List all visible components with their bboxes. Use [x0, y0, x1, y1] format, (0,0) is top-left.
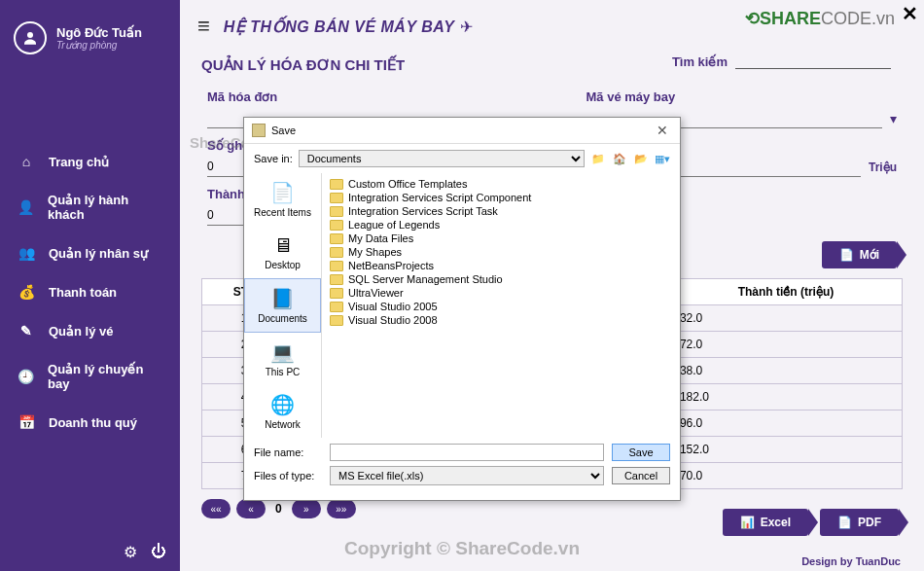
dialog-title: Save [271, 125, 653, 136]
table-cell: 38.0 [669, 358, 902, 384]
table-cell: 96.0 [669, 410, 902, 437]
place-item[interactable]: 📘Documents [244, 278, 321, 333]
place-item[interactable]: 📄Recent Items [244, 173, 321, 226]
file-label: UltraViewer [348, 287, 404, 299]
file-item[interactable]: Visual Studio 2005 [330, 300, 672, 313]
nav-passengers[interactable]: 👤Quản lý hành khách [0, 181, 180, 233]
file-label: Integration Services Script Component [348, 192, 531, 203]
nav-label: Quản lý nhân sự [49, 246, 148, 261]
table-cell: 32.0 [669, 305, 902, 332]
pager-next[interactable]: » [292, 499, 321, 518]
nav-label: Thanh toán [49, 285, 117, 300]
place-icon: 🌐 [267, 393, 299, 416]
place-icon: 📘 [267, 287, 299, 310]
nav-label: Doanh thu quý [49, 415, 137, 430]
export-buttons: 📊Excel 📄PDF [723, 509, 899, 536]
file-item[interactable]: My Shapes [330, 245, 672, 259]
file-item[interactable]: SQL Server Management Studio [330, 272, 672, 286]
chevron-down-icon[interactable]: ▾ [890, 111, 897, 126]
save-in-select[interactable]: Documents [299, 150, 585, 167]
excel-icon: 📊 [740, 516, 755, 529]
file-label: League of Legends [348, 219, 440, 231]
file-label: My Shapes [348, 246, 402, 258]
nav-revenue[interactable]: 📅Doanh thu quý [0, 403, 180, 442]
close-icon[interactable]: ✕ [902, 2, 918, 25]
file-item[interactable]: Integration Services Script Task [330, 204, 672, 218]
search-label: Tìm kiếm [672, 54, 728, 69]
nav-tickets[interactable]: ✎Quản lý vé [0, 311, 180, 350]
pdf-button[interactable]: 📄PDF [820, 509, 899, 536]
sidebar-footer: ⚙ ⏻ [0, 533, 180, 571]
user-icon: 👤 [18, 199, 34, 215]
dialog-cancel-button[interactable]: Cancel [612, 467, 670, 484]
place-item[interactable]: 🖥Desktop [244, 226, 321, 278]
folder-icon [330, 247, 343, 258]
place-item[interactable]: 💻This PC [244, 333, 321, 385]
dialog-close-icon[interactable]: ✕ [653, 123, 672, 138]
file-item[interactable]: Integration Services Script Component [330, 191, 672, 204]
place-icon: 💻 [267, 340, 299, 364]
place-label: Documents [249, 313, 316, 324]
file-list: Custom Office TemplatesIntegration Servi… [322, 173, 680, 438]
nav-home[interactable]: ⌂Trang chủ [0, 142, 180, 181]
view-menu-icon[interactable]: ▦▾ [655, 151, 670, 166]
pdf-icon: 📄 [837, 516, 852, 529]
nav-payment[interactable]: 💰Thanh toán [0, 272, 180, 311]
app-title: HỆ THỐNG BÁN VÉ MÁY BAY [224, 18, 454, 36]
table-cell: 72.0 [669, 332, 902, 358]
file-item[interactable]: Custom Office Templates [330, 177, 672, 191]
pager-page: 0 [271, 502, 286, 516]
power-icon[interactable]: ⏻ [151, 543, 166, 561]
filename-label: File name: [254, 446, 322, 458]
file-item[interactable]: UltraViewer [330, 286, 672, 300]
file-item[interactable]: Visual Studio 2008 [330, 313, 672, 327]
profile-role: Trưởng phòng [56, 40, 142, 51]
folder-icon [330, 206, 343, 217]
filename-input[interactable] [330, 444, 604, 461]
nav-flights[interactable]: 🕘Quản lý chuyến bay [0, 350, 180, 403]
home-icon: ⌂ [18, 154, 35, 169]
file-label: Visual Studio 2005 [348, 301, 438, 312]
money-icon: 💰 [18, 284, 35, 300]
file-item[interactable]: NetBeansProjects [330, 259, 672, 272]
plane-icon: ✈ [460, 18, 473, 36]
up-folder-icon[interactable]: 📁 [590, 151, 606, 166]
svg-point-0 [27, 32, 33, 38]
dialog-body: 📄Recent Items🖥Desktop📘Documents💻This PC🌐… [244, 173, 680, 438]
java-icon [252, 124, 266, 137]
folder-icon [330, 302, 343, 312]
folder-icon [330, 288, 343, 299]
place-label: This PC [248, 367, 317, 377]
search-input[interactable] [735, 54, 891, 69]
excel-button[interactable]: 📊Excel [723, 509, 808, 536]
place-label: Recent Items [248, 207, 317, 218]
search-area: Tìm kiếm [672, 54, 891, 69]
gear-icon[interactable]: ⚙ [124, 543, 137, 561]
new-button[interactable]: 📄Mới [822, 241, 897, 268]
dialog-titlebar: Save ✕ [244, 118, 680, 144]
hamburger-icon[interactable]: ≡ [197, 14, 210, 39]
new-folder-icon[interactable]: 📂 [633, 151, 649, 166]
home-folder-icon[interactable]: 🏠 [612, 151, 627, 166]
table-cell: 182.0 [669, 384, 902, 410]
filetype-label: Files of type: [254, 470, 322, 482]
table-cell: 152.0 [669, 437, 902, 463]
brand-logo: ⟲SHARECODE.vn [745, 8, 895, 29]
folder-icon [330, 315, 343, 326]
folder-icon [330, 233, 343, 244]
table-header: Thành tiền (triệu) [669, 279, 902, 305]
dialog-save-button[interactable]: Save [612, 444, 670, 461]
place-label: Desktop [248, 260, 317, 270]
pager-prev[interactable]: « [236, 499, 266, 518]
pager-last[interactable]: »» [327, 499, 356, 518]
file-label: Integration Services Script Task [348, 205, 498, 217]
pencil-icon: ✎ [18, 323, 35, 339]
pager-first[interactable]: «« [201, 499, 231, 518]
file-item[interactable]: My Data Files [330, 232, 672, 245]
footer-credit: Design by TuanDuc [801, 555, 901, 567]
nav-staff[interactable]: 👥Quản lý nhân sự [0, 233, 180, 272]
filetype-select[interactable]: MS Excel file(.xls) [330, 466, 604, 485]
place-icon: 📄 [267, 181, 299, 204]
place-item[interactable]: 🌐Network [244, 385, 321, 438]
file-item[interactable]: League of Legends [330, 218, 672, 232]
